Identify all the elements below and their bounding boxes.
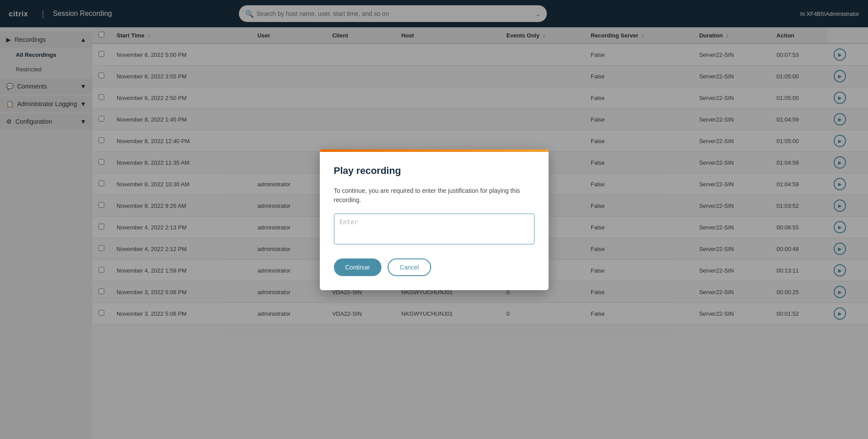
dialog-title: Play recording: [334, 165, 535, 177]
play-recording-dialog: Play recording To continue, you are requ…: [320, 149, 549, 290]
modal-overlay: Play recording To continue, you are requ…: [0, 0, 868, 439]
cancel-button[interactable]: Cancel: [388, 258, 432, 276]
justification-input[interactable]: [334, 214, 535, 244]
dialog-actions: Continue Cancel: [334, 258, 535, 276]
continue-button[interactable]: Continue: [334, 258, 381, 276]
dialog-body: Play recording To continue, you are requ…: [320, 152, 549, 290]
dialog-description: To continue, you are required to enter t…: [334, 186, 535, 205]
